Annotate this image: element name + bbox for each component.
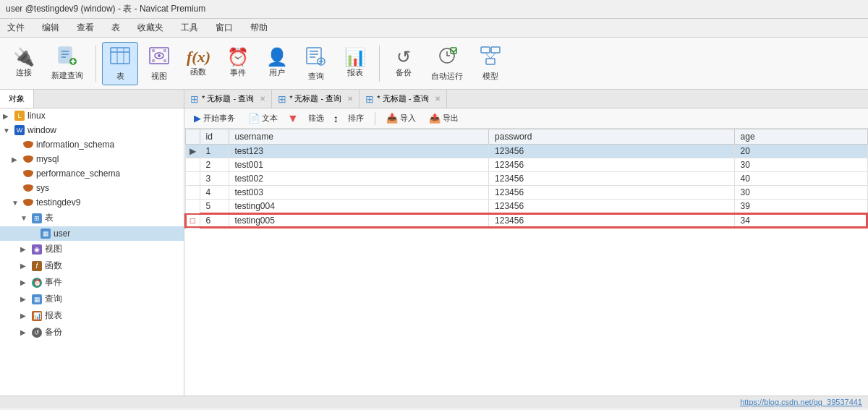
col-password-header[interactable]: password xyxy=(489,129,735,145)
auto-run-button[interactable]: 自动运行 xyxy=(425,42,469,85)
auto-run-label: 自动运行 xyxy=(431,71,463,82)
col-id-header[interactable]: id xyxy=(200,129,229,145)
backup-label: 备份 xyxy=(45,326,62,338)
tab-1-close[interactable]: ✕ xyxy=(260,95,265,103)
tab-1[interactable]: ⊞ * 无标题 - 查询 ✕ xyxy=(184,90,272,108)
status-bar: https://blog.csdn.net/qq_39537441 xyxy=(0,396,868,408)
begin-transaction-btn[interactable]: ▶ 开始事务 xyxy=(189,111,240,126)
filter-label: 筛选 xyxy=(308,113,324,124)
text-btn[interactable]: 📄 文本 xyxy=(243,111,283,126)
query-button[interactable]: 查询 xyxy=(298,42,334,85)
sidebar-item-reports[interactable]: ▶ 📊 报表 xyxy=(0,307,184,324)
row-6-id: 6 xyxy=(200,213,229,228)
menu-window[interactable]: 窗口 xyxy=(211,20,237,35)
model-button[interactable]: 模型 xyxy=(472,42,509,85)
row-5-age: 39 xyxy=(734,200,867,214)
tab-2-icon: ⊞ xyxy=(278,93,286,105)
sidebar-item-performance-schema[interactable]: performance_schema xyxy=(0,166,184,181)
table-row[interactable]: □ 6 testing005 123456 34 xyxy=(185,213,867,228)
db-icon-testingdev9 xyxy=(23,199,33,206)
menu-favorites[interactable]: 收藏夹 xyxy=(133,20,168,35)
menu-file[interactable]: 文件 xyxy=(3,20,29,35)
table-button[interactable]: 表 xyxy=(102,42,138,85)
view-group-icon: ◉ xyxy=(32,244,42,255)
backup-button[interactable]: ↺ 备份 xyxy=(386,45,422,82)
backup-label: 备份 xyxy=(396,67,412,78)
tab-2-label: * 无标题 - 查询 xyxy=(289,93,341,104)
sidebar-item-views[interactable]: ▶ ◉ 视图 xyxy=(0,241,184,257)
menu-view[interactable]: 查看 xyxy=(72,20,98,35)
export-btn[interactable]: 📤 导出 xyxy=(424,111,464,126)
connect-button[interactable]: 🔌 连接 xyxy=(6,45,42,82)
table-row[interactable]: 4 test003 123456 30 xyxy=(185,186,867,200)
expand-funcs: ▶ xyxy=(20,262,29,270)
expand-reports: ▶ xyxy=(20,312,29,320)
sidebar-item-user-table[interactable]: ▦ user xyxy=(0,226,184,241)
view-button[interactable]: 视图 xyxy=(141,42,177,85)
tab-2-close[interactable]: ✕ xyxy=(347,95,353,103)
info-schema-label: information_schema xyxy=(36,140,114,150)
menu-bar: 文件 编辑 查看 表 收藏夹 工具 窗口 帮助 xyxy=(0,19,868,38)
sidebar-item-tables-group[interactable]: ▼ ⊞ 表 xyxy=(0,210,184,226)
report-label: 报表 xyxy=(347,67,363,78)
sidebar-item-window[interactable]: ▼ W window xyxy=(0,123,184,137)
row-1-age: 20 xyxy=(734,145,867,158)
tab-3-close[interactable]: ✕ xyxy=(435,95,441,103)
toolbar-sep-3 xyxy=(375,112,375,125)
table-row[interactable]: 5 testing004 123456 39 xyxy=(185,200,867,214)
text-icon: 📄 xyxy=(248,113,260,124)
svg-line-30 xyxy=(485,53,490,59)
sidebar-item-functions[interactable]: ▶ f 函数 xyxy=(0,257,184,274)
auto-run-icon xyxy=(436,46,458,69)
view-icon xyxy=(148,46,170,69)
table-row[interactable]: 2 test001 123456 30 xyxy=(185,158,867,172)
row-6-indicator: □ xyxy=(185,213,200,228)
sort-btn[interactable]: 排序 xyxy=(343,111,369,126)
svg-point-13 xyxy=(158,54,161,57)
report-button[interactable]: 📊 报表 xyxy=(337,45,373,82)
row-2-password: 123456 xyxy=(489,158,735,172)
menu-tools[interactable]: 工具 xyxy=(176,20,203,35)
menu-help[interactable]: 帮助 xyxy=(246,20,272,35)
menu-table[interactable]: 表 xyxy=(107,20,124,35)
sidebar-item-events[interactable]: ▶ ⏰ 事件 xyxy=(0,274,184,291)
col-username-header[interactable]: username xyxy=(229,129,489,145)
toolbar-sep-2 xyxy=(379,46,380,82)
sidebar-item-information-schema[interactable]: information_schema xyxy=(0,137,184,152)
toolbar: 🔌 连接 新建查询 表 视图 f(x) 函数 ⏰ 事件 👤 用户 xyxy=(0,38,868,90)
svg-rect-7 xyxy=(111,48,129,64)
testingdev9-label: testingdev9 xyxy=(36,197,80,208)
tab-3[interactable]: ⊞ * 无标题 - 查询 ✕ xyxy=(359,90,447,108)
svg-rect-17 xyxy=(163,59,166,62)
sidebar-item-queries[interactable]: ▶ ▦ 查询 xyxy=(0,291,184,307)
col-age-header[interactable]: age xyxy=(734,129,867,145)
sidebar-tab-objects[interactable]: 对象 xyxy=(0,90,34,108)
table-row[interactable]: 3 test002 123456 40 xyxy=(185,172,867,186)
row-3-age: 40 xyxy=(734,172,867,186)
text-label: 文本 xyxy=(262,113,278,124)
event-group-icon: ⏰ xyxy=(32,278,42,288)
sidebar-item-mysql[interactable]: ▶ mysql xyxy=(0,152,184,166)
new-query-button[interactable]: 新建查询 xyxy=(45,42,90,85)
row-1-id: 1 xyxy=(200,145,229,158)
table-row[interactable]: ▶ 1 test123 123456 20 xyxy=(185,145,867,158)
svg-rect-16 xyxy=(152,59,155,62)
import-icon: 📥 xyxy=(386,113,398,124)
window-label: window xyxy=(27,125,56,135)
function-button[interactable]: f(x) 函数 xyxy=(180,46,217,81)
tab-1-icon: ⊞ xyxy=(190,93,199,105)
filter-btn[interactable]: 筛选 xyxy=(303,111,329,126)
event-button[interactable]: ⏰ 事件 xyxy=(220,45,256,82)
sidebar-item-sys[interactable]: sys xyxy=(0,181,184,195)
menu-edit[interactable]: 编辑 xyxy=(38,20,64,35)
import-btn[interactable]: 📥 导入 xyxy=(381,111,421,126)
sidebar-item-testingdev9[interactable]: ▼ testingdev9 xyxy=(0,195,184,210)
sidebar-item-backup[interactable]: ▶ ↺ 备份 xyxy=(0,324,184,341)
user-label: 用户 xyxy=(269,67,285,78)
linux-icon: L xyxy=(14,111,25,121)
tab-2[interactable]: ⊞ * 无标题 - 查询 ✕ xyxy=(272,90,359,108)
row-3-id: 3 xyxy=(200,172,229,186)
model-icon xyxy=(480,46,501,69)
sidebar-item-linux[interactable]: ▶ L linux xyxy=(0,108,184,123)
user-button[interactable]: 👤 用户 xyxy=(259,45,295,82)
